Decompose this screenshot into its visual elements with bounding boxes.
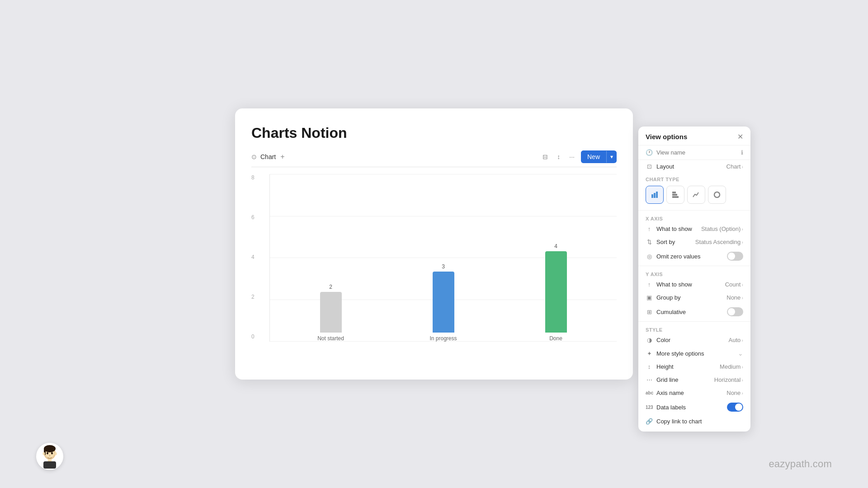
- x-what-label: What to show: [656, 225, 698, 232]
- add-view-button[interactable]: +: [280, 153, 284, 161]
- grid-line-value: Horizontal ›: [714, 376, 743, 383]
- x-omit-toggle[interactable]: [727, 252, 743, 261]
- color-value-text: Auto: [729, 337, 741, 343]
- y-group-value-text: None: [726, 294, 741, 301]
- y-what-value: Count ›: [725, 281, 743, 288]
- y-label-6: 6: [251, 214, 255, 221]
- bar-xlabel-done: Done: [549, 335, 562, 342]
- y-what-value-text: Count: [725, 281, 741, 288]
- chart-tab-label[interactable]: Chart: [260, 153, 276, 160]
- color-value: Auto ›: [729, 337, 743, 343]
- bar-value-done: 4: [554, 243, 557, 249]
- height-row[interactable]: ↕ Height Medium ›: [638, 360, 750, 373]
- height-value: Medium ›: [720, 363, 743, 370]
- view-name-clock-icon: 🕐: [646, 149, 653, 156]
- y-label-8: 8: [251, 174, 255, 181]
- svg-point-15: [51, 452, 53, 455]
- color-row[interactable]: ◑ Color Auto ›: [638, 333, 750, 347]
- bars-container: 2 Not started 3 In progress 4: [269, 174, 617, 342]
- more-button[interactable]: ···: [566, 151, 577, 162]
- data-labels-label: Data labels: [656, 404, 723, 411]
- color-icon: ◑: [646, 337, 653, 343]
- more-style-label: More style options: [656, 350, 734, 357]
- chart-type-row: [638, 183, 750, 208]
- main-card: Charts Notion ⊙ Chart + ⊟ ↕ ··· New ▾: [235, 108, 633, 380]
- y-what-to-show-row[interactable]: ↑ What to show Count ›: [638, 278, 750, 291]
- layout-chevron: ›: [741, 164, 743, 169]
- new-button-group: New ▾: [581, 150, 617, 163]
- axis-name-label: Axis name: [656, 389, 723, 396]
- svg-rect-4: [672, 194, 677, 196]
- view-options-panel: View options ✕ 🕐 ℹ ⊡ Layout Chart › Char…: [638, 127, 750, 432]
- svg-point-6: [714, 192, 720, 197]
- y-cumulative-row[interactable]: ⊞ Cumulative: [638, 304, 750, 319]
- y-group-value: None ›: [726, 294, 743, 301]
- layout-icon: ⊡: [646, 163, 653, 170]
- layout-value: Chart ›: [726, 163, 743, 170]
- bar-group-done: 4 Done: [513, 243, 599, 342]
- data-labels-icon: 123: [646, 405, 653, 410]
- y-axis-section-label: Y axis: [638, 268, 750, 278]
- height-chevron: ›: [741, 364, 743, 370]
- y-cumulative-toggle[interactable]: [727, 307, 743, 316]
- data-labels-row[interactable]: 123 Data labels: [638, 399, 750, 415]
- x-omit-label: Omit zero values: [656, 253, 723, 260]
- x-sort-by-row[interactable]: ⇅ Sort by Status Ascending ›: [638, 235, 750, 249]
- y-label-4: 4: [251, 254, 255, 260]
- toolbar: ⊙ Chart + ⊟ ↕ ··· New ▾: [251, 150, 617, 167]
- x-what-icon: ↑: [646, 225, 653, 232]
- data-labels-toggle[interactable]: [727, 403, 743, 412]
- watermark: eazypath.com: [769, 458, 832, 470]
- color-chevron: ›: [741, 338, 743, 343]
- y-cumulative-label: Cumulative: [656, 309, 723, 315]
- grid-line-row[interactable]: ⋯ Grid line Horizontal ›: [638, 373, 750, 386]
- layout-value-text: Chart: [726, 163, 741, 170]
- chart-type-section-label: Chart type: [638, 173, 750, 183]
- chart-type-donut[interactable]: [708, 186, 726, 204]
- new-button-caret[interactable]: ▾: [606, 151, 617, 163]
- svg-rect-19: [43, 461, 56, 469]
- bar-not-started: [320, 292, 342, 333]
- height-icon: ↕: [646, 363, 653, 370]
- panel-close-button[interactable]: ✕: [737, 133, 743, 141]
- bar-in-progress: [433, 272, 454, 333]
- chart-type-line[interactable]: [687, 186, 705, 204]
- svg-point-17: [55, 452, 57, 455]
- more-style-icon: ✦: [646, 350, 653, 357]
- svg-point-14: [47, 452, 48, 455]
- grid-line-label: Grid line: [656, 376, 711, 383]
- svg-rect-3: [672, 192, 676, 193]
- sort-button[interactable]: ↕: [554, 151, 563, 162]
- x-sort-chevron: ›: [741, 239, 743, 245]
- chart-type-bar[interactable]: [646, 186, 664, 204]
- view-name-input[interactable]: [656, 149, 737, 156]
- y-what-label: What to show: [656, 281, 722, 288]
- panel-header: View options ✕: [638, 127, 750, 145]
- y-group-by-row[interactable]: ▣ Group by None ›: [638, 291, 750, 304]
- y-group-icon: ▣: [646, 294, 653, 301]
- copy-link-row[interactable]: 🔗 Copy link to chart: [638, 415, 750, 428]
- layout-row[interactable]: ⊡ Layout Chart ›: [638, 160, 750, 173]
- grid-line-value-text: Horizontal: [714, 376, 741, 383]
- new-button[interactable]: New: [581, 150, 606, 163]
- chart-area: 0 2 4 6 8 2 Not started: [251, 174, 617, 355]
- grid-line-chevron: ›: [741, 377, 743, 383]
- view-name-row: 🕐 ℹ: [638, 145, 750, 160]
- y-cumulative-icon: ⊞: [646, 309, 653, 315]
- axis-name-value-text: None: [726, 389, 741, 396]
- axis-name-row[interactable]: abc Axis name None ›: [638, 386, 750, 399]
- filter-button[interactable]: ⊟: [540, 151, 551, 162]
- avatar: [36, 443, 63, 470]
- chart-type-hbar[interactable]: [666, 186, 684, 204]
- x-axis-section-label: X axis: [638, 212, 750, 222]
- chart-icon: ⊙: [251, 153, 257, 160]
- x-omit-zero-row[interactable]: ◎ Omit zero values: [638, 249, 750, 264]
- axis-name-value: None ›: [726, 389, 743, 396]
- bar-xlabel-in-progress: In progress: [429, 335, 457, 342]
- x-omit-icon: ◎: [646, 253, 653, 260]
- more-style-row[interactable]: ✦ More style options ⌄: [638, 347, 750, 360]
- copy-link-label: Copy link to chart: [656, 418, 743, 425]
- color-label: Color: [656, 337, 725, 343]
- bar-group-not-started: 2 Not started: [288, 284, 373, 342]
- x-what-to-show-row[interactable]: ↑ What to show Status (Option) ›: [638, 222, 750, 235]
